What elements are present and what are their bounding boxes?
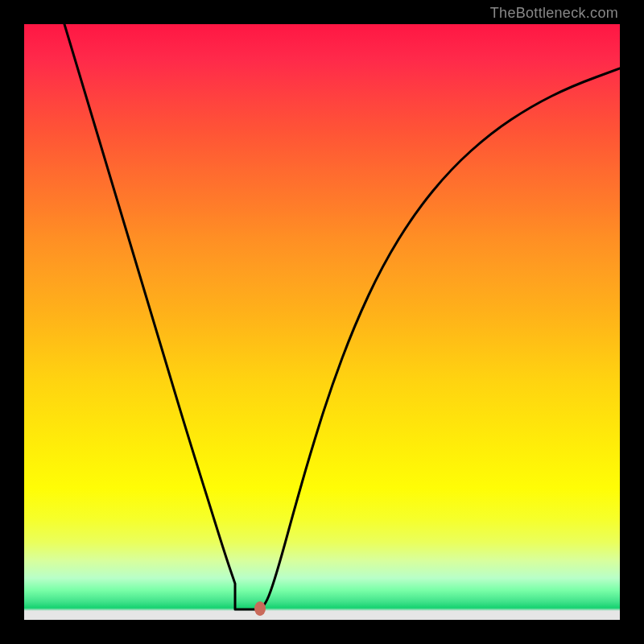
watermark-text: TheBottleneck.com: [490, 5, 618, 22]
bottleneck-curve: [24, 24, 620, 620]
bottleneck-marker-dot: [254, 601, 266, 616]
chart-plot-area: [24, 24, 620, 620]
